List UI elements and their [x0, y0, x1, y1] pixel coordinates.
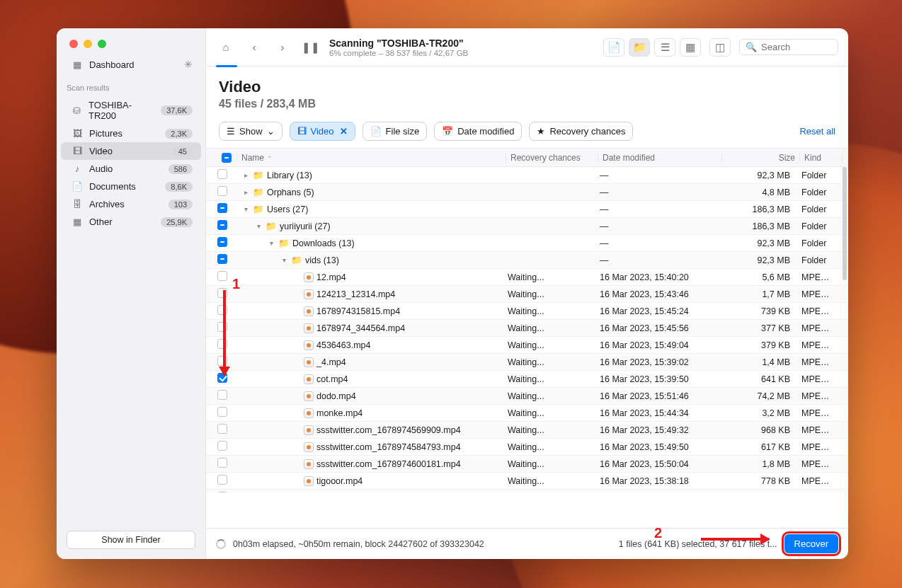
item-icon: ♪	[71, 163, 84, 174]
item-icon: ▦	[71, 217, 84, 227]
table-row[interactable]: 1678974315815.mp4Waiting...16 Mar 2023, …	[206, 303, 848, 320]
grid-view-icon[interactable]: ▦	[680, 38, 701, 57]
sidebar-item-pictures[interactable]: 🖼Pictures2,3K	[61, 125, 201, 142]
file-name: yuriiyurii (27)	[280, 221, 331, 231]
row-checkbox[interactable]	[217, 441, 227, 451]
file-name: Library (13)	[267, 171, 312, 180]
table-row[interactable]: 12.mp4Waiting...16 Mar 2023, 15:40:205,6…	[206, 269, 848, 286]
sidebar-item-archives[interactable]: 🗄Archives103	[61, 195, 201, 213]
row-checkbox[interactable]	[217, 186, 227, 196]
table-row[interactable]: ▾📁Downloads (13)—92,3 MBFolder	[206, 235, 848, 252]
table-row[interactable]: ssstwitter.com_1678974600181.mp4Waiting.…	[206, 456, 848, 473]
reset-all-link[interactable]: Reset all	[799, 126, 835, 137]
count-badge: 103	[169, 200, 193, 209]
table-row[interactable]: 124213_12314.mp4Waiting...16 Mar 2023, 1…	[206, 286, 848, 303]
row-checkbox[interactable]	[217, 475, 227, 485]
view-mode-group: 📄 📁 ☰ ▦	[603, 38, 701, 57]
table-row[interactable]: tigooor.mp4Waiting...16 Mar 2023, 15:38:…	[206, 473, 848, 490]
table-row[interactable]: ▸📁Library (13)—92,3 MBFolder	[206, 167, 848, 184]
sidebar-toggle-icon[interactable]: ◫	[709, 38, 731, 57]
file-recovery: Waiting...	[503, 272, 595, 282]
search-input[interactable]	[761, 42, 825, 52]
table-row[interactable]: dodo.mp4Waiting...16 Mar 2023, 15:51:467…	[206, 388, 848, 405]
pause-button[interactable]: ❚❚	[301, 38, 321, 57]
sidebar-item-toshiba-tr200[interactable]: ⛁TOSHIBA-TR20037,6K	[61, 96, 201, 125]
folder-view-icon[interactable]: 📁	[629, 38, 650, 57]
table-row[interactable]: cot.mp4Waiting...16 Mar 2023, 15:39:5064…	[206, 371, 848, 388]
show-in-finder-button[interactable]: Show in Finder	[67, 531, 195, 549]
row-checkbox[interactable]	[217, 492, 227, 492]
doc-view-icon[interactable]: 📄	[603, 38, 624, 57]
disclosure-icon[interactable]: ▾	[280, 256, 288, 264]
row-checkbox[interactable]	[217, 424, 227, 434]
item-icon: 🗄	[71, 199, 84, 209]
row-checkbox[interactable]	[217, 237, 227, 247]
table-row[interactable]: monke.mp4Waiting...16 Mar 2023, 15:44:34…	[206, 405, 848, 422]
col-kind[interactable]: Kind	[800, 153, 843, 163]
scrollbar-thumb[interactable]	[843, 167, 847, 280]
file-kind: MPEG-4...	[797, 323, 840, 333]
folder-icon: 📁	[253, 204, 264, 214]
col-date[interactable]: Date modified	[598, 153, 722, 163]
close-icon[interactable]: ✕	[340, 126, 348, 137]
sidebar-item-documents[interactable]: 📄Documents8,6K	[61, 178, 201, 195]
search-field-wrap[interactable]: 🔍	[739, 39, 838, 55]
home-button[interactable]: ⌂	[216, 38, 236, 57]
back-button[interactable]: ‹	[244, 38, 264, 57]
zoom-icon[interactable]	[98, 40, 106, 48]
disclosure-icon[interactable]: ▸	[241, 171, 250, 179]
sidebar-item-audio[interactable]: ♪Audio586	[61, 160, 201, 178]
table-row[interactable]: ssstwitter.com_1678974569909.mp4Waiting.…	[206, 422, 848, 439]
disclosure-icon[interactable]: ▾	[267, 239, 275, 247]
col-recovery[interactable]: Recovery chances	[506, 153, 598, 163]
row-checkbox[interactable]	[217, 390, 227, 400]
file-date: —	[595, 171, 719, 180]
annotation-arrow-2	[701, 538, 769, 541]
folder-icon: 📁	[253, 170, 264, 180]
disclosure-icon[interactable]: ▾	[254, 222, 263, 230]
table-row[interactable]: 1678974_344564.mp4Waiting...16 Mar 2023,…	[206, 320, 848, 337]
row-checkbox[interactable]	[217, 254, 227, 264]
sidebar-item-other[interactable]: ▦Other25,9K	[61, 213, 201, 231]
row-checkbox[interactable]	[217, 271, 227, 281]
row-checkbox[interactable]	[217, 407, 227, 417]
sidebar-item-video[interactable]: 🎞Video45	[61, 142, 201, 160]
file-name: dodo.mp4	[316, 391, 356, 401]
show-filter-button[interactable]: ☰ Show ⌄	[219, 122, 282, 141]
sidebar-item-dashboard[interactable]: ▦ Dashboard ✳︎	[61, 55, 201, 74]
minimize-icon[interactable]	[84, 40, 92, 48]
table-row[interactable]: ▸📁Library (1)1,8 MBFolder	[206, 490, 848, 492]
table-row[interactable]: ▾📁vids (13)—92,3 MBFolder	[206, 252, 848, 269]
file-date: 16 Mar 2023, 15:49:50	[595, 442, 719, 452]
row-checkbox[interactable]	[217, 458, 227, 468]
table-row[interactable]: ▸📁Orphans (5)—4,8 MBFolder	[206, 184, 848, 201]
header-checkbox[interactable]	[222, 153, 232, 163]
forward-button[interactable]: ›	[273, 38, 292, 57]
table-row[interactable]: ssstwitter.com_1678974584793.mp4Waiting.…	[206, 439, 848, 456]
date-modified-filter[interactable]: 📅 Date modified	[434, 122, 522, 141]
recover-button[interactable]: Recover	[784, 534, 838, 553]
table-row[interactable]: 4536463.mp4Waiting...16 Mar 2023, 15:49:…	[206, 337, 848, 354]
recovery-chances-filter[interactable]: ★ Recovery chances	[529, 122, 633, 141]
file-size: 4,8 MB	[719, 188, 797, 197]
file-size-filter[interactable]: 📄 File size	[362, 122, 428, 141]
close-icon[interactable]	[69, 40, 78, 48]
row-checkbox[interactable]	[217, 220, 227, 230]
row-checkbox[interactable]	[217, 203, 227, 213]
table-body[interactable]: ▸📁Library (13)—92,3 MBFolder▸📁Orphans (5…	[206, 167, 848, 492]
file-recovery: Waiting...	[503, 374, 595, 384]
disclosure-icon[interactable]: ▸	[241, 188, 250, 196]
row-checkbox[interactable]	[217, 169, 227, 179]
table-row[interactable]: _4.mp4Waiting...16 Mar 2023, 15:39:021,4…	[206, 354, 848, 371]
list-view-icon[interactable]: ☰	[654, 38, 675, 57]
active-tab-indicator	[216, 65, 237, 67]
active-filter-chip[interactable]: 🎞 Video ✕	[290, 122, 355, 141]
table-row[interactable]: ▾📁yuriiyurii (27)—186,3 MBFolder	[206, 218, 848, 235]
col-size[interactable]: Size	[722, 153, 800, 163]
filter-label: Date modified	[457, 126, 514, 137]
table-row[interactable]: ▾📁Users (27)—186,3 MBFolder	[206, 201, 848, 218]
file-date: 16 Mar 2023, 15:40:20	[595, 272, 719, 282]
disclosure-icon[interactable]: ▾	[241, 205, 250, 213]
col-name[interactable]: Name⌃	[237, 153, 506, 163]
file-kind: MPEG-4...	[797, 425, 840, 435]
